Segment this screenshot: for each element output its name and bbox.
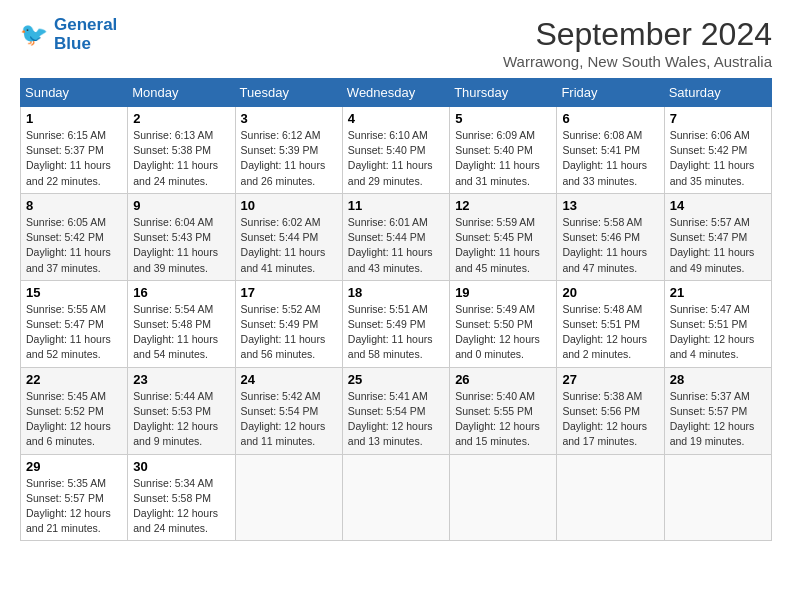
calendar-cell: 5Sunrise: 6:09 AMSunset: 5:40 PMDaylight… (450, 107, 557, 194)
day-number: 11 (348, 198, 444, 213)
calendar-cell: 4Sunrise: 6:10 AMSunset: 5:40 PMDaylight… (342, 107, 449, 194)
day-number: 28 (670, 372, 766, 387)
day-number: 2 (133, 111, 229, 126)
calendar-cell: 16Sunrise: 5:54 AMSunset: 5:48 PMDayligh… (128, 280, 235, 367)
page-header: 🐦 General Blue September 2024 Warrawong,… (20, 16, 772, 70)
logo: 🐦 General Blue (20, 16, 117, 53)
day-info: Sunrise: 5:52 AMSunset: 5:49 PMDaylight:… (241, 302, 337, 363)
day-info: Sunrise: 6:04 AMSunset: 5:43 PMDaylight:… (133, 215, 229, 276)
day-info: Sunrise: 5:59 AMSunset: 5:45 PMDaylight:… (455, 215, 551, 276)
day-number: 14 (670, 198, 766, 213)
day-header-row: SundayMondayTuesdayWednesdayThursdayFrid… (21, 79, 772, 107)
day-info: Sunrise: 6:13 AMSunset: 5:38 PMDaylight:… (133, 128, 229, 189)
day-number: 23 (133, 372, 229, 387)
day-info: Sunrise: 5:58 AMSunset: 5:46 PMDaylight:… (562, 215, 658, 276)
calendar-week-row: 1Sunrise: 6:15 AMSunset: 5:37 PMDaylight… (21, 107, 772, 194)
calendar-cell: 28Sunrise: 5:37 AMSunset: 5:57 PMDayligh… (664, 367, 771, 454)
calendar-week-row: 8Sunrise: 6:05 AMSunset: 5:42 PMDaylight… (21, 193, 772, 280)
day-of-week-header: Wednesday (342, 79, 449, 107)
day-number: 5 (455, 111, 551, 126)
logo-icon: 🐦 (20, 18, 50, 48)
day-number: 24 (241, 372, 337, 387)
day-info: Sunrise: 5:42 AMSunset: 5:54 PMDaylight:… (241, 389, 337, 450)
calendar-cell: 25Sunrise: 5:41 AMSunset: 5:54 PMDayligh… (342, 367, 449, 454)
day-info: Sunrise: 5:55 AMSunset: 5:47 PMDaylight:… (26, 302, 122, 363)
calendar-cell: 22Sunrise: 5:45 AMSunset: 5:52 PMDayligh… (21, 367, 128, 454)
calendar-body: 1Sunrise: 6:15 AMSunset: 5:37 PMDaylight… (21, 107, 772, 541)
calendar-title-block: September 2024 Warrawong, New South Wale… (503, 16, 772, 70)
calendar-cell: 27Sunrise: 5:38 AMSunset: 5:56 PMDayligh… (557, 367, 664, 454)
calendar-cell: 14Sunrise: 5:57 AMSunset: 5:47 PMDayligh… (664, 193, 771, 280)
day-number: 13 (562, 198, 658, 213)
calendar-cell: 10Sunrise: 6:02 AMSunset: 5:44 PMDayligh… (235, 193, 342, 280)
svg-text:🐦: 🐦 (20, 21, 49, 48)
day-number: 29 (26, 459, 122, 474)
day-number: 22 (26, 372, 122, 387)
day-info: Sunrise: 5:37 AMSunset: 5:57 PMDaylight:… (670, 389, 766, 450)
day-of-week-header: Monday (128, 79, 235, 107)
day-info: Sunrise: 6:08 AMSunset: 5:41 PMDaylight:… (562, 128, 658, 189)
day-info: Sunrise: 6:05 AMSunset: 5:42 PMDaylight:… (26, 215, 122, 276)
day-of-week-header: Sunday (21, 79, 128, 107)
calendar-cell: 17Sunrise: 5:52 AMSunset: 5:49 PMDayligh… (235, 280, 342, 367)
day-info: Sunrise: 6:12 AMSunset: 5:39 PMDaylight:… (241, 128, 337, 189)
calendar-cell: 24Sunrise: 5:42 AMSunset: 5:54 PMDayligh… (235, 367, 342, 454)
calendar-cell: 1Sunrise: 6:15 AMSunset: 5:37 PMDaylight… (21, 107, 128, 194)
day-info: Sunrise: 5:54 AMSunset: 5:48 PMDaylight:… (133, 302, 229, 363)
calendar-cell (664, 454, 771, 541)
day-info: Sunrise: 5:35 AMSunset: 5:57 PMDaylight:… (26, 476, 122, 537)
calendar-cell (450, 454, 557, 541)
day-info: Sunrise: 5:40 AMSunset: 5:55 PMDaylight:… (455, 389, 551, 450)
day-number: 20 (562, 285, 658, 300)
day-number: 8 (26, 198, 122, 213)
day-number: 1 (26, 111, 122, 126)
day-info: Sunrise: 5:57 AMSunset: 5:47 PMDaylight:… (670, 215, 766, 276)
day-number: 25 (348, 372, 444, 387)
day-of-week-header: Tuesday (235, 79, 342, 107)
calendar-cell: 23Sunrise: 5:44 AMSunset: 5:53 PMDayligh… (128, 367, 235, 454)
calendar-cell: 7Sunrise: 6:06 AMSunset: 5:42 PMDaylight… (664, 107, 771, 194)
day-number: 26 (455, 372, 551, 387)
calendar-cell: 6Sunrise: 6:08 AMSunset: 5:41 PMDaylight… (557, 107, 664, 194)
day-number: 12 (455, 198, 551, 213)
day-info: Sunrise: 5:45 AMSunset: 5:52 PMDaylight:… (26, 389, 122, 450)
calendar-cell: 2Sunrise: 6:13 AMSunset: 5:38 PMDaylight… (128, 107, 235, 194)
day-number: 21 (670, 285, 766, 300)
day-of-week-header: Friday (557, 79, 664, 107)
calendar-week-row: 22Sunrise: 5:45 AMSunset: 5:52 PMDayligh… (21, 367, 772, 454)
day-info: Sunrise: 6:01 AMSunset: 5:44 PMDaylight:… (348, 215, 444, 276)
day-number: 3 (241, 111, 337, 126)
day-info: Sunrise: 5:49 AMSunset: 5:50 PMDaylight:… (455, 302, 551, 363)
calendar-header: SundayMondayTuesdayWednesdayThursdayFrid… (21, 79, 772, 107)
calendar-cell: 21Sunrise: 5:47 AMSunset: 5:51 PMDayligh… (664, 280, 771, 367)
day-info: Sunrise: 5:34 AMSunset: 5:58 PMDaylight:… (133, 476, 229, 537)
calendar-cell: 29Sunrise: 5:35 AMSunset: 5:57 PMDayligh… (21, 454, 128, 541)
day-info: Sunrise: 5:48 AMSunset: 5:51 PMDaylight:… (562, 302, 658, 363)
day-number: 15 (26, 285, 122, 300)
day-number: 18 (348, 285, 444, 300)
calendar-cell (342, 454, 449, 541)
day-number: 6 (562, 111, 658, 126)
calendar-cell: 26Sunrise: 5:40 AMSunset: 5:55 PMDayligh… (450, 367, 557, 454)
day-info: Sunrise: 6:15 AMSunset: 5:37 PMDaylight:… (26, 128, 122, 189)
day-info: Sunrise: 5:47 AMSunset: 5:51 PMDaylight:… (670, 302, 766, 363)
calendar-cell: 15Sunrise: 5:55 AMSunset: 5:47 PMDayligh… (21, 280, 128, 367)
day-info: Sunrise: 6:02 AMSunset: 5:44 PMDaylight:… (241, 215, 337, 276)
day-number: 7 (670, 111, 766, 126)
day-number: 30 (133, 459, 229, 474)
day-info: Sunrise: 6:10 AMSunset: 5:40 PMDaylight:… (348, 128, 444, 189)
calendar-cell: 13Sunrise: 5:58 AMSunset: 5:46 PMDayligh… (557, 193, 664, 280)
logo-text: General Blue (54, 16, 117, 53)
calendar-cell: 20Sunrise: 5:48 AMSunset: 5:51 PMDayligh… (557, 280, 664, 367)
calendar-cell: 3Sunrise: 6:12 AMSunset: 5:39 PMDaylight… (235, 107, 342, 194)
day-info: Sunrise: 6:09 AMSunset: 5:40 PMDaylight:… (455, 128, 551, 189)
day-number: 27 (562, 372, 658, 387)
day-of-week-header: Saturday (664, 79, 771, 107)
location-subtitle: Warrawong, New South Wales, Australia (503, 53, 772, 70)
calendar-cell: 19Sunrise: 5:49 AMSunset: 5:50 PMDayligh… (450, 280, 557, 367)
month-year-title: September 2024 (503, 16, 772, 53)
calendar-cell: 30Sunrise: 5:34 AMSunset: 5:58 PMDayligh… (128, 454, 235, 541)
calendar-table: SundayMondayTuesdayWednesdayThursdayFrid… (20, 78, 772, 541)
calendar-cell: 8Sunrise: 6:05 AMSunset: 5:42 PMDaylight… (21, 193, 128, 280)
day-of-week-header: Thursday (450, 79, 557, 107)
